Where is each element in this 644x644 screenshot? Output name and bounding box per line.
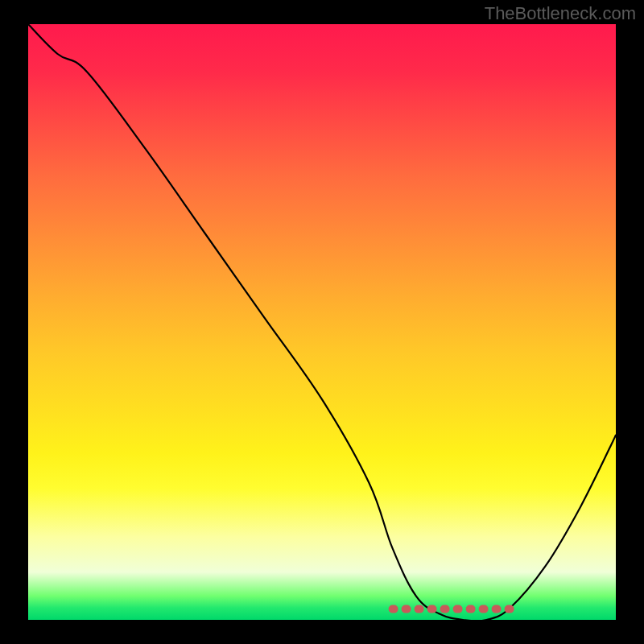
watermark-text: TheBottleneck.com [485,3,636,24]
bottleneck-curve [28,24,616,621]
chart-svg [28,24,616,620]
chart-plot-area [28,24,616,620]
